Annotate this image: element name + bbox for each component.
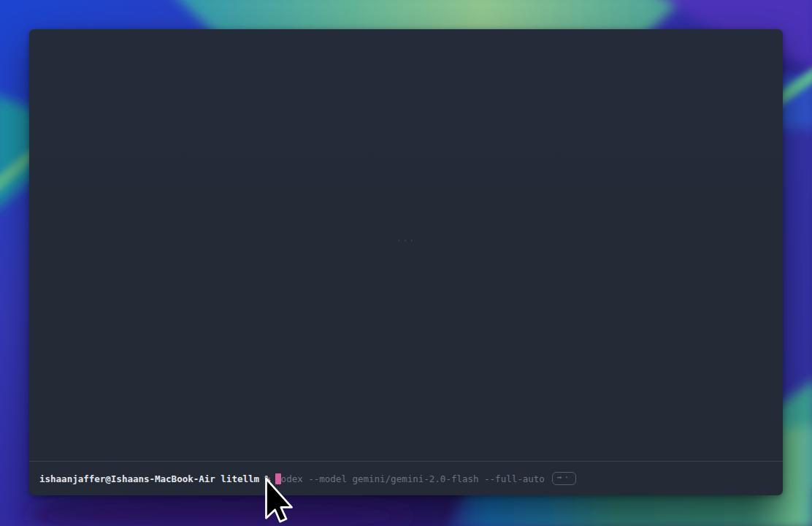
text-cursor: c — [275, 473, 281, 484]
terminal-prompt-row[interactable]: ishaanjaffer@Ishaans-MacBook-Air litellm… — [29, 461, 783, 495]
desktop: ··· ishaanjaffer@Ishaans-MacBook-Air lit… — [0, 0, 812, 526]
shell-prompt-text: ishaanjaffer@Ishaans-MacBook-Air litellm… — [39, 473, 270, 484]
terminal-window[interactable]: ··· ishaanjaffer@Ishaans-MacBook-Air lit… — [29, 29, 783, 495]
terminal-body[interactable]: ··· — [29, 29, 783, 460]
autosuggestion-text: odex --model gemini/gemini-2.0-flash --f… — [281, 473, 545, 484]
tab-hint-badge: →· — [552, 472, 576, 485]
loading-dots: ··· — [397, 236, 415, 245]
